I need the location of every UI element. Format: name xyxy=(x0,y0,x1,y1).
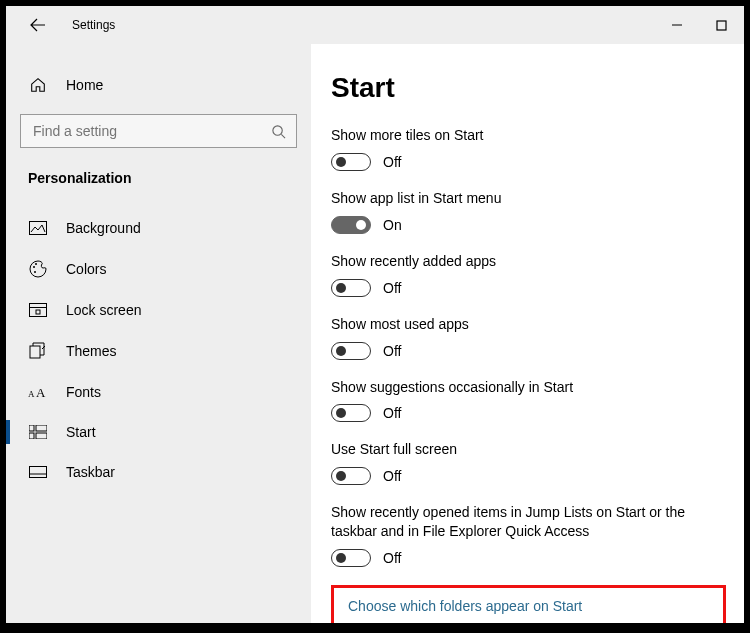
toggle-row: On xyxy=(331,216,726,234)
sidebar-item-label: Themes xyxy=(66,343,117,359)
toggle-row: Off xyxy=(331,549,726,567)
toggle-switch[interactable] xyxy=(331,404,371,422)
toggle-switch[interactable] xyxy=(331,216,371,234)
toggle-knob-icon xyxy=(336,471,346,481)
sidebar-section-header: Personalization xyxy=(6,162,311,200)
toggle-row: Off xyxy=(331,404,726,422)
toggle-switch[interactable] xyxy=(331,153,371,171)
sidebar-item-background[interactable]: Background xyxy=(6,208,311,248)
search-box[interactable] xyxy=(20,114,297,148)
toggle-switch[interactable] xyxy=(331,467,371,485)
palette-icon xyxy=(28,260,48,278)
toggle-state-label: Off xyxy=(383,154,401,170)
titlebar: Settings xyxy=(6,6,744,44)
settings-window: Settings Home P xyxy=(6,6,744,623)
toggle-knob-icon xyxy=(336,157,346,167)
toggle-state-label: Off xyxy=(383,550,401,566)
sidebar-item-label: Start xyxy=(66,424,96,440)
settings-list: Show more tiles on StartOffShow app list… xyxy=(331,126,726,567)
fonts-icon: AA xyxy=(28,385,48,399)
setting-label: Show app list in Start menu xyxy=(331,189,726,208)
setting-row: Show suggestions occasionally in StartOf… xyxy=(331,378,726,423)
toggle-row: Off xyxy=(331,467,726,485)
minimize-button[interactable] xyxy=(654,6,699,44)
sidebar-item-themes[interactable]: Themes xyxy=(6,330,311,372)
toggle-knob-icon xyxy=(336,283,346,293)
toggle-state-label: Off xyxy=(383,468,401,484)
toggle-switch[interactable] xyxy=(331,342,371,360)
sidebar-item-label: Lock screen xyxy=(66,302,141,318)
highlighted-link-box: Choose which folders appear on Start xyxy=(331,585,726,623)
svg-point-1 xyxy=(273,125,282,134)
back-button[interactable] xyxy=(24,11,52,39)
toggle-state-label: Off xyxy=(383,405,401,421)
setting-label: Show most used apps xyxy=(331,315,726,334)
setting-row: Use Start full screenOff xyxy=(331,440,726,485)
back-arrow-icon xyxy=(30,17,46,33)
sidebar-item-taskbar[interactable]: Taskbar xyxy=(6,452,311,492)
sidebar-item-start[interactable]: Start xyxy=(6,412,311,452)
setting-row: Show recently opened items in Jump Lists… xyxy=(331,503,726,567)
search-icon xyxy=(271,124,286,139)
setting-label: Use Start full screen xyxy=(331,440,726,459)
minimize-icon xyxy=(671,19,683,31)
toggle-switch[interactable] xyxy=(331,279,371,297)
svg-point-3 xyxy=(33,266,35,268)
toggle-state-label: Off xyxy=(383,280,401,296)
setting-row: Show most used appsOff xyxy=(331,315,726,360)
app-title: Settings xyxy=(72,18,115,32)
home-icon xyxy=(28,76,48,94)
sidebar: Home Personalization Background xyxy=(6,44,311,623)
toggle-state-label: On xyxy=(383,217,402,233)
window-controls xyxy=(654,6,744,44)
setting-row: Show more tiles on StartOff xyxy=(331,126,726,171)
sidebar-item-label: Taskbar xyxy=(66,464,115,480)
setting-label: Show more tiles on Start xyxy=(331,126,726,145)
toggle-row: Off xyxy=(331,153,726,171)
lockscreen-icon xyxy=(28,303,48,317)
sidebar-items: Background Colors Lock screen xyxy=(6,208,311,492)
toggle-knob-icon xyxy=(336,553,346,563)
svg-text:A: A xyxy=(28,389,35,399)
page-title: Start xyxy=(331,72,726,104)
taskbar-icon xyxy=(28,466,48,478)
svg-rect-7 xyxy=(30,304,47,308)
maximize-button[interactable] xyxy=(699,6,744,44)
svg-rect-0 xyxy=(717,21,726,30)
svg-rect-17 xyxy=(30,474,47,478)
choose-folders-link[interactable]: Choose which folders appear on Start xyxy=(348,598,582,614)
svg-rect-12 xyxy=(29,425,34,431)
toggle-state-label: Off xyxy=(383,343,401,359)
svg-rect-13 xyxy=(29,433,34,439)
setting-label: Show suggestions occasionally in Start xyxy=(331,378,726,397)
toggle-row: Off xyxy=(331,279,726,297)
themes-icon xyxy=(28,342,48,360)
setting-row: Show recently added appsOff xyxy=(331,252,726,297)
toggle-switch[interactable] xyxy=(331,549,371,567)
sidebar-item-label: Colors xyxy=(66,261,106,277)
picture-icon xyxy=(28,221,48,235)
sidebar-item-fonts[interactable]: AA Fonts xyxy=(6,372,311,412)
content-area: Start Show more tiles on StartOffShow ap… xyxy=(311,44,744,623)
maximize-icon xyxy=(716,20,727,31)
svg-point-4 xyxy=(35,263,37,265)
svg-point-5 xyxy=(34,271,36,273)
sidebar-item-colors[interactable]: Colors xyxy=(6,248,311,290)
svg-rect-15 xyxy=(36,433,47,439)
home-button[interactable]: Home xyxy=(6,66,311,104)
sidebar-item-label: Background xyxy=(66,220,141,236)
search-input[interactable] xyxy=(31,122,271,140)
setting-label: Show recently added apps xyxy=(331,252,726,271)
setting-label: Show recently opened items in Jump Lists… xyxy=(331,503,726,541)
sidebar-item-lockscreen[interactable]: Lock screen xyxy=(6,290,311,330)
svg-rect-16 xyxy=(30,467,47,478)
svg-rect-9 xyxy=(30,346,40,358)
toggle-row: Off xyxy=(331,342,726,360)
svg-text:A: A xyxy=(36,385,46,399)
sidebar-item-label: Fonts xyxy=(66,384,101,400)
svg-rect-8 xyxy=(36,310,40,314)
setting-row: Show app list in Start menuOn xyxy=(331,189,726,234)
toggle-knob-icon xyxy=(356,220,366,230)
svg-rect-2 xyxy=(30,222,47,235)
toggle-knob-icon xyxy=(336,346,346,356)
